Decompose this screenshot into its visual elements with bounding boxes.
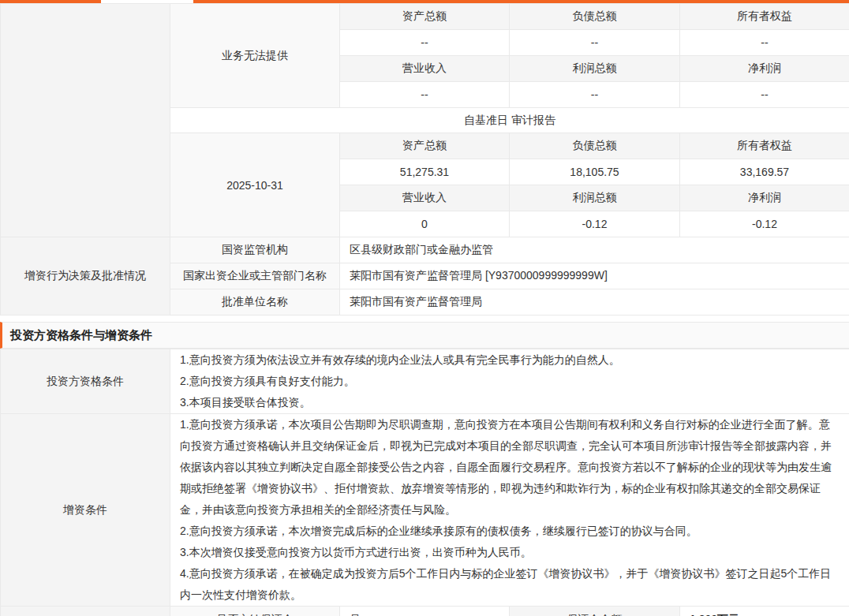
funding-enterprise-value: 莱阳市国有资产监督管理局 [Y9370000999999999W] — [340, 263, 849, 289]
deposit-group-label: 保证金设定 — [1, 607, 170, 616]
audit-report-title: 自基准日 审计报告 — [170, 108, 849, 133]
regulator-value: 区县级财政部门或金融办监管 — [340, 237, 849, 263]
deposit-amount-value: 1,800万元 — [680, 607, 849, 616]
financial-value-cell: -- — [680, 82, 849, 108]
capital-increase-approval-group-label: 增资行为决策及批准情况 — [1, 237, 170, 315]
empty-group-cell — [1, 4, 170, 237]
financial-header-cell: 利润总额 — [510, 56, 680, 82]
deposit-required-value: 是 — [340, 607, 510, 616]
financial-header-cell: 负债总额 — [510, 4, 680, 30]
conditions-group-label: 增资条件 — [1, 414, 170, 607]
total-assets-value: 51,275.31 — [340, 159, 510, 185]
section-gap — [0, 315, 849, 322]
qualification-group-label: 投资方资格条件 — [1, 349, 170, 414]
audit-base-date: 2025-10-31 — [170, 133, 340, 237]
qualification-text: 1.意向投资方须为依法设立并有效存续的境内企业法人或具有完全民事行为能力的自然人… — [170, 349, 849, 414]
revenue-value: 0 — [340, 211, 510, 237]
no-data-row-label: 业务无法提供 — [170, 4, 340, 108]
net-profit-value: -0.12 — [680, 211, 849, 237]
conditions-text-line: 2.意向投资方须承诺，本次增资完成后标的企业继续承接原有的债权债务，继续履行已签… — [180, 521, 840, 542]
qualification-text-line: 3.本项目接受联合体投资。 — [180, 392, 840, 413]
approval-unit-value: 莱阳市国有资产监督管理局 — [340, 289, 849, 315]
financial-value-cell: -- — [340, 82, 510, 108]
qualification-text-line: 2.意向投资方须具有良好支付能力。 — [180, 371, 840, 392]
financial-value-cell: -- — [510, 30, 680, 56]
active-tab-gap — [101, 0, 193, 3]
financial-value-cell: -- — [680, 30, 849, 56]
section-title: 投资方资格条件与增资条件 — [10, 328, 152, 342]
financial-and-approval-table: 业务无法提供 资产总额 负债总额 所有者权益 -- -- -- 营业收入 利润总… — [0, 3, 849, 315]
deposit-required-label: 是否交纳保证金 — [170, 607, 340, 616]
financial-header-cell: 营业收入 — [340, 185, 510, 211]
conditions-text: 1.意向投资方须承诺，本次项目公告期即为尽职调查期，意向投资方在本项目公告期间有… — [170, 414, 849, 607]
financial-header-cell: 所有者权益 — [680, 4, 849, 30]
tab-underline-bar — [0, 0, 849, 3]
financial-value-cell: -- — [340, 30, 510, 56]
conditions-text-line: 1.意向投资方须承诺，本次项目公告期即为尽职调查期，意向投资方在本项目公告期间有… — [180, 414, 840, 521]
deposit-amount-label: 保证金金额 — [510, 607, 680, 616]
section-title-bar: 投资方资格条件与增资条件 — [0, 322, 849, 349]
owners-equity-value: 33,169.57 — [680, 159, 849, 185]
funding-enterprise-label: 国家出资企业或主管部门名称 — [170, 263, 340, 289]
financial-header-cell: 净利润 — [680, 185, 849, 211]
total-profit-value: -0.12 — [510, 211, 680, 237]
financial-header-cell: 资产总额 — [340, 133, 510, 159]
financial-header-cell: 所有者权益 — [680, 133, 849, 159]
financial-header-cell: 资产总额 — [340, 4, 510, 30]
conditions-text-line: 3.本次增资仅接受意向投资方以货币方式进行出资，出资币种为人民币。 — [180, 542, 840, 563]
total-liabilities-value: 18,105.75 — [510, 159, 680, 185]
financial-header-cell: 营业收入 — [340, 56, 510, 82]
qualification-text-line: 1.意向投资方须为依法设立并有效存续的境内企业法人或具有完全民事行为能力的自然人… — [180, 349, 840, 371]
financial-header-cell: 净利润 — [680, 56, 849, 82]
financial-header-cell: 负债总额 — [510, 133, 680, 159]
conditions-table: 投资方资格条件 1.意向投资方须为依法设立并有效存续的境内企业法人或具有完全民事… — [0, 349, 849, 616]
financial-header-cell: 利润总额 — [510, 185, 680, 211]
conditions-text-line: 4.意向投资方须承诺，在被确定成为投资方后5个工作日内与标的企业签订《增资协议书… — [180, 563, 840, 606]
regulator-label: 国资监管机构 — [170, 237, 340, 263]
approval-unit-label: 批准单位名称 — [170, 289, 340, 315]
financial-value-cell: -- — [510, 82, 680, 108]
